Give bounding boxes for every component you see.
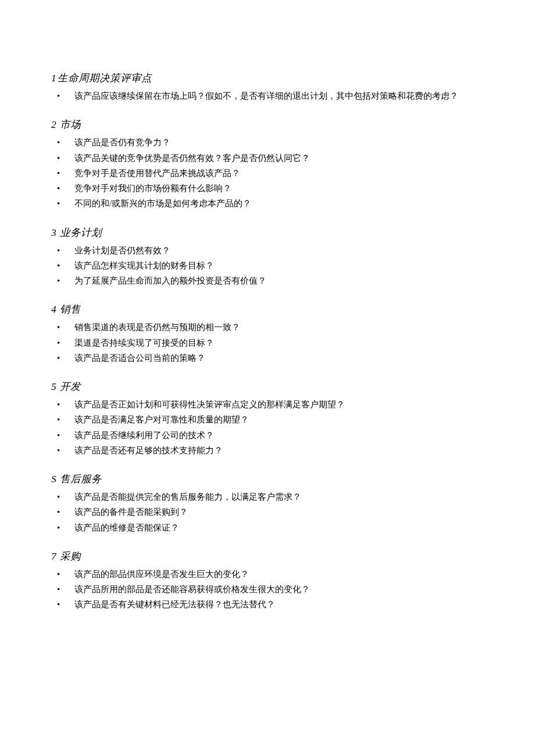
list-item: 业务计划是否仍然有效？: [51, 243, 484, 258]
bullet-list: 销售渠道的表现是否仍然与预期的相一致？渠道是否持续实现了可接受的目标？该产品是否…: [51, 320, 484, 366]
section: S 售后服务该产品是否能提供完全的售后服务能力，以满足客户需求？该产品的备件是否…: [51, 472, 484, 535]
section-heading: 3 业务计划: [51, 225, 484, 239]
list-item: 该产品是否还有足够的技术支持能力？: [51, 443, 484, 458]
section-heading: 1生命周期决策评审点: [51, 71, 484, 85]
list-item: 竞争对手对我们的市场份额有什么影响？: [51, 181, 484, 196]
section-title: 售后服务: [58, 473, 102, 485]
list-item: 该产品应该继续保留在市场上吗？假如不，是否有详细的退出计划，其中包括对策略和花费…: [51, 88, 484, 103]
section-title: 开发: [58, 381, 81, 392]
section: 1生命周期决策评审点该产品应该继续保留在市场上吗？假如不，是否有详细的退出计划，…: [51, 71, 484, 103]
bullet-list: 该产品是否正如计划和可获得性决策评审点定义的那样满足客户期望？该产品是否满足客户…: [51, 397, 484, 458]
list-item: 为了延展产品生命而加入的额外投资是否有价值？: [51, 273, 484, 288]
section-heading: 7 采购: [51, 549, 484, 563]
list-item: 该产品是否有关键材料已经无法获得？也无法替代？: [51, 597, 484, 612]
section-heading: S 售后服务: [51, 472, 484, 486]
list-item: 不同的和/或新兴的市场是如何考虑本产品的？: [51, 196, 484, 211]
list-item: 销售渠道的表现是否仍然与预期的相一致？: [51, 320, 484, 335]
bullet-list: 该产品是否仍有竞争力？该产品关键的竞争优势是否仍然有效？客户是否仍然认同它？竞争…: [51, 135, 484, 211]
list-item: 该产品是否继续利用了公司的技术？: [51, 428, 484, 443]
section-number: S: [51, 473, 56, 485]
list-item: 该产品的部品供应环境是否发生巨大的变化？: [51, 567, 484, 582]
list-item: 该产品的备件是否能采购到？: [51, 504, 484, 519]
list-item: 该产品是否能提供完全的售后服务能力，以满足客户需求？: [51, 489, 484, 504]
section-number: 3: [51, 227, 56, 238]
section-heading: 2 市场: [51, 117, 484, 131]
bullet-list: 业务计划是否仍然有效？该产品怎样实现其计划的财务目标？为了延展产品生命而加入的额…: [51, 243, 484, 289]
section: 4 销售销售渠道的表现是否仍然与预期的相一致？渠道是否持续实现了可接受的目标？该…: [51, 302, 484, 366]
section-number: 5: [51, 381, 56, 392]
list-item: 该产品是否适合公司当前的策略？: [51, 350, 484, 366]
section-title: 业务计划: [58, 227, 102, 238]
list-item: 该产品的维修是否能保证？: [51, 520, 484, 535]
section-number: 1: [51, 72, 56, 84]
list-item: 该产品怎样实现其计划的财务目标？: [51, 258, 484, 273]
section: 7 采购该产品的部品供应环境是否发生巨大的变化？该产品所用的部品是否还能容易获得…: [51, 549, 484, 612]
bullet-list: 该产品是否能提供完全的售后服务能力，以满足客户需求？该产品的备件是否能采购到？该…: [51, 489, 484, 535]
list-item: 该产品是否仍有竞争力？: [51, 135, 484, 150]
section-title: 生命周期决策评审点: [58, 72, 152, 84]
section-title: 采购: [58, 550, 81, 562]
list-item: 该产品关键的竞争优势是否仍然有效？客户是否仍然认同它？: [51, 151, 484, 166]
section-number: 2: [51, 119, 56, 130]
list-item: 竞争对手是否使用替代产品来挑战该产品？: [51, 166, 484, 181]
section-number: 7: [51, 550, 56, 562]
section: 2 市场该产品是否仍有竞争力？该产品关键的竞争优势是否仍然有效？客户是否仍然认同…: [51, 117, 484, 211]
bullet-list: 该产品的部品供应环境是否发生巨大的变化？该产品所用的部品是否还能容易获得或价格发…: [51, 567, 484, 612]
section-number: 4: [51, 303, 56, 315]
list-item: 渠道是否持续实现了可接受的目标？: [51, 335, 484, 350]
section-heading: 4 销售: [51, 302, 484, 316]
document-body: 1生命周期决策评审点该产品应该继续保留在市场上吗？假如不，是否有详细的退出计划，…: [51, 71, 484, 612]
list-item: 该产品是否满足客户对可靠性和质量的期望？: [51, 412, 484, 427]
section-title: 市场: [58, 119, 81, 130]
list-item: 该产品所用的部品是否还能容易获得或价格发生很大的变化？: [51, 582, 484, 597]
section: 5 开发该产品是否正如计划和可获得性决策评审点定义的那样满足客户期望？该产品是否…: [51, 379, 484, 458]
section: 3 业务计划业务计划是否仍然有效？该产品怎样实现其计划的财务目标？为了延展产品生…: [51, 225, 484, 289]
section-heading: 5 开发: [51, 379, 484, 393]
bullet-list: 该产品应该继续保留在市场上吗？假如不，是否有详细的退出计划，其中包括对策略和花费…: [51, 88, 484, 103]
list-item: 该产品是否正如计划和可获得性决策评审点定义的那样满足客户期望？: [51, 397, 484, 412]
section-title: 销售: [58, 303, 81, 315]
